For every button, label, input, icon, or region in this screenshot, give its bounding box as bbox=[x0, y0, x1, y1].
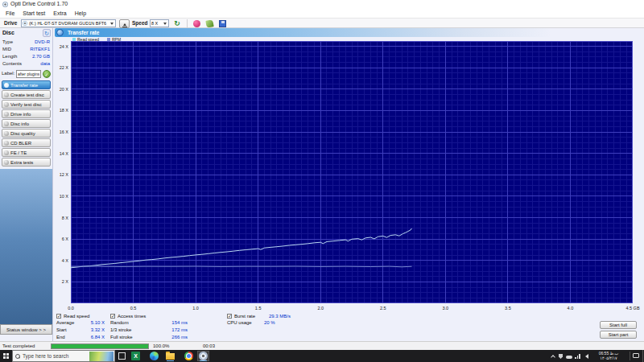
panel-title: Transfer rate bbox=[68, 30, 99, 35]
sidebar-item-extra-tests[interactable]: Extra tests bbox=[2, 158, 51, 167]
eject-icon bbox=[123, 22, 126, 26]
search-placeholder: Type here to search bbox=[23, 353, 68, 359]
status-window-button[interactable]: Status window > > bbox=[0, 324, 52, 335]
drive-select-value: (K:) HL-DT-ST DVDRAM GUD1N BFT6 bbox=[28, 21, 109, 26]
main-area: Disc ↻ TypeDVD-RMIDRITEKF1Length2.70 GBC… bbox=[0, 28, 644, 341]
disc-info-value: RITEKF1 bbox=[30, 46, 50, 53]
burst-rate-checkbox[interactable] bbox=[227, 314, 232, 319]
refresh-disc-icon[interactable]: ↻ bbox=[43, 29, 51, 37]
window-title: Opti Drive Control 1.70 bbox=[10, 1, 68, 6]
test-buttons-list: Transfer rateCreate test discVerify test… bbox=[2, 80, 51, 167]
sidebar-item-disc-quality[interactable]: Disc quality bbox=[2, 129, 51, 138]
y-tick-label: 10 X bbox=[53, 194, 68, 199]
menu-help[interactable]: Help bbox=[71, 9, 90, 18]
windows-logo-icon bbox=[3, 353, 9, 359]
save-icon[interactable] bbox=[219, 20, 226, 27]
access-times-checkbox[interactable] bbox=[110, 314, 115, 319]
onedrive-icon[interactable] bbox=[566, 356, 572, 359]
y-tick-label: 12 X bbox=[53, 172, 68, 177]
stat-row: Average5.10 X bbox=[56, 319, 105, 327]
disc-info-row: Length2.70 GB bbox=[0, 53, 52, 60]
chevron-down-icon bbox=[110, 23, 114, 27]
read-speed-checkbox[interactable] bbox=[56, 314, 61, 319]
stat-value: 154 ms bbox=[171, 319, 188, 327]
disc-info-row: MIDRITEKF1 bbox=[0, 46, 52, 53]
apply-label-button[interactable]: ✓ bbox=[43, 70, 51, 78]
opti-drive-control-icon bbox=[199, 352, 208, 360]
excel-icon[interactable] bbox=[131, 352, 140, 360]
stat-value: 266 ms bbox=[171, 334, 188, 341]
test-icon bbox=[4, 160, 9, 165]
sidebar-item-label: Extra tests bbox=[10, 160, 33, 165]
notification-center-icon[interactable] bbox=[633, 353, 639, 358]
start-part-button[interactable]: Start part bbox=[600, 331, 637, 339]
speed-select[interactable]: 8 X bbox=[150, 19, 169, 27]
drive-label: Drive bbox=[4, 20, 17, 26]
drive-select[interactable]: (K:) HL-DT-ST DVDRAM GUD1N BFT6 bbox=[21, 19, 116, 27]
menu-start-test[interactable]: Start test bbox=[19, 9, 49, 18]
search-highlight-image bbox=[89, 352, 114, 361]
chevron-up-icon[interactable] bbox=[551, 355, 555, 360]
sidebar-item-cd-bler[interactable]: CD BLER bbox=[2, 138, 51, 147]
chevron-down-icon bbox=[163, 23, 167, 27]
edge-icon[interactable] bbox=[150, 352, 159, 360]
sidebar-item-label: Transfer rate bbox=[10, 83, 38, 88]
x-tick-label: 2.0 bbox=[317, 306, 324, 311]
shield-icon[interactable] bbox=[559, 354, 563, 359]
y-tick-label: 20 X bbox=[53, 87, 68, 92]
sidebar-item-fe-te[interactable]: FE / TE bbox=[2, 148, 51, 157]
stat-row: Start3.32 X bbox=[56, 327, 105, 334]
network-icon[interactable] bbox=[575, 354, 580, 359]
x-tick-label: 4.5 GB bbox=[625, 306, 639, 311]
test-icon bbox=[4, 112, 9, 117]
volume-icon[interactable] bbox=[583, 354, 588, 359]
eject-button[interactable] bbox=[119, 19, 130, 28]
report-icon[interactable] bbox=[205, 19, 213, 27]
sidebar-item-disc-info[interactable]: Disc info bbox=[2, 119, 51, 128]
speed-label: Speed bbox=[132, 20, 148, 26]
title-bar: Opti Drive Control 1.70 bbox=[0, 0, 644, 9]
start-button[interactable] bbox=[0, 350, 12, 362]
menu-bar: FileStart testExtraHelp bbox=[0, 9, 644, 18]
file-explorer-icon[interactable] bbox=[166, 353, 175, 360]
sidebar-item-transfer-rate[interactable]: Transfer rate bbox=[2, 80, 51, 89]
task-view-icon[interactable] bbox=[118, 352, 126, 360]
sidebar-item-drive-info[interactable]: Drive info bbox=[2, 109, 51, 118]
stat-label: Full stroke bbox=[110, 334, 133, 341]
access-times-stats: Access times Random154 ms1/3 stroke172 m… bbox=[110, 312, 188, 341]
screenshot-icon[interactable] bbox=[193, 20, 200, 27]
disc-info-label: Type bbox=[2, 39, 13, 46]
x-tick-label: 3.5 bbox=[505, 306, 511, 311]
disc-label-input[interactable] bbox=[16, 70, 41, 78]
stat-value: 6.84 X bbox=[91, 334, 105, 341]
x-tick-label: 0.0 bbox=[68, 306, 74, 311]
chrome-icon[interactable] bbox=[184, 352, 193, 360]
read-speed-stats: Read speed Average5.10 XStart3.32 XEnd6.… bbox=[56, 312, 105, 341]
y-tick-label: 22 X bbox=[53, 65, 68, 70]
sidebar-item-verify-test-disc[interactable]: Verify test disc bbox=[2, 100, 51, 109]
y-tick-label: 4 X bbox=[53, 258, 68, 263]
disc-info-value: data bbox=[40, 60, 50, 68]
y-tick-label: 8 X bbox=[53, 216, 68, 220]
stat-row: 1/3 stroke172 ms bbox=[110, 327, 188, 334]
show-desktop-button[interactable] bbox=[642, 350, 643, 362]
disc-label-row: Label: ✓ bbox=[0, 69, 52, 79]
sidebar-filler bbox=[0, 169, 52, 324]
x-tick-label: 1.0 bbox=[192, 306, 199, 311]
status-text: Test completed bbox=[2, 343, 35, 348]
sidebar-item-create-test-disc[interactable]: Create test disc bbox=[2, 90, 51, 99]
search-icon bbox=[15, 354, 20, 359]
stat-label: Average bbox=[56, 319, 74, 327]
refresh-icon[interactable]: ↻ bbox=[172, 19, 182, 28]
disc-info-label: Length bbox=[2, 53, 17, 60]
app-status-bar: Test completed 100.0% 00:03 bbox=[0, 341, 644, 350]
menu-extra[interactable]: Extra bbox=[49, 9, 70, 18]
stat-label: 1/3 stroke bbox=[110, 327, 131, 334]
taskbar-search[interactable]: Type here to search bbox=[12, 350, 115, 362]
speed-select-value: 8 X bbox=[151, 21, 163, 26]
sidebar-item-label: FE / TE bbox=[10, 150, 27, 155]
menu-file[interactable]: File bbox=[2, 9, 19, 18]
start-full-button[interactable]: Start full bbox=[600, 321, 637, 329]
taskbar-clock[interactable]: 06:55 ب.ظ ۱۴۰۵/۴/۱۷ bbox=[592, 352, 625, 360]
opti-drive-control-taskbar-button[interactable] bbox=[197, 351, 209, 361]
